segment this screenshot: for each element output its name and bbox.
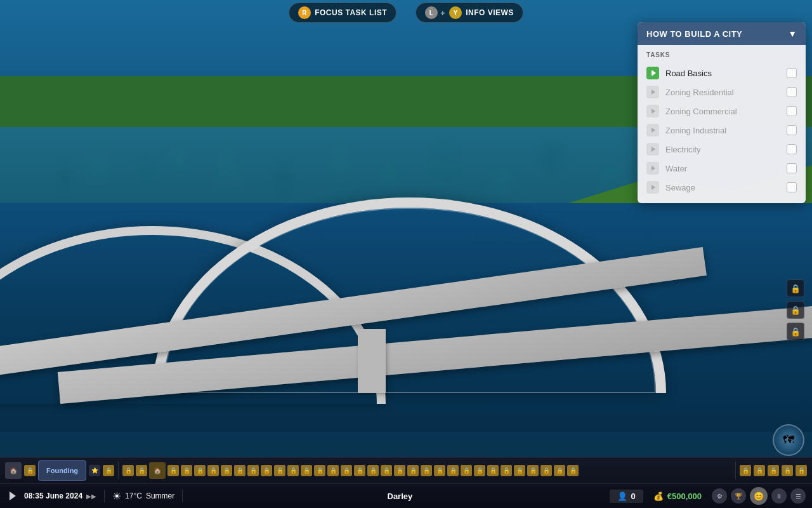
play-triangle-dim-icon-2: [652, 109, 655, 114]
tool-lock-7[interactable]: 🔒: [221, 465, 232, 476]
task-item-zoning-residential[interactable]: Zoning Residential: [638, 83, 806, 102]
tool-lock-22[interactable]: 🔒: [421, 465, 432, 476]
task-panel-body: TASKS Road Basics Zoning Residential Zon…: [638, 45, 806, 203]
task-item-water[interactable]: Water: [638, 159, 806, 178]
money-display: 💰 €500,000: [653, 491, 702, 501]
task-panel: HOW TO BUILD A CITY ▼ TASKS Road Basics …: [638, 22, 806, 203]
play-button[interactable]: [6, 490, 19, 502]
tool-lock-30[interactable]: 🔒: [527, 465, 539, 476]
info-views-button[interactable]: L + Y INFO VIEWS: [416, 3, 523, 23]
task-inactive-icon-6: [646, 181, 659, 194]
task-checkbox-zoning-industrial[interactable]: [787, 125, 797, 135]
settings-button[interactable]: ⚙: [712, 488, 727, 504]
tool-lock-19[interactable]: 🔒: [381, 465, 392, 476]
tool-lock-23[interactable]: 🔒: [434, 465, 445, 476]
play-triangle-dim-icon-6: [652, 185, 655, 190]
tool-lock-r4[interactable]: 🔒: [782, 465, 793, 476]
weather-sun-icon: ☀: [112, 490, 121, 502]
task-checkbox-water[interactable]: [787, 163, 797, 173]
tool-lock-r3[interactable]: 🔒: [768, 465, 779, 476]
tool-lock-18[interactable]: 🔒: [367, 465, 379, 476]
focus-task-label: FOCUS TASK LIST: [315, 8, 387, 17]
weather-display: ☀ 17°C Summer: [112, 490, 174, 502]
task-panel-title: HOW TO BUILD A CITY: [646, 29, 742, 39]
tool-lock-3[interactable]: 🔒: [167, 465, 179, 476]
tool-lock-2[interactable]: 🔒: [136, 465, 147, 476]
task-panel-header[interactable]: HOW TO BUILD A CITY ▼: [638, 22, 806, 45]
task-checkbox-zoning-commercial[interactable]: [787, 106, 797, 116]
tool-lock-24[interactable]: 🔒: [447, 465, 459, 476]
tool-lock-8[interactable]: 🔒: [234, 465, 246, 476]
task-checkbox-sewage[interactable]: [787, 182, 797, 192]
side-lock-icon-2[interactable]: 🔒: [787, 301, 804, 319]
tool-lock-r5[interactable]: 🔒: [796, 465, 807, 476]
menu-button[interactable]: ☰: [790, 488, 806, 504]
side-lock-icon-1[interactable]: 🔒: [787, 279, 804, 297]
tool-lock-9[interactable]: 🔒: [247, 465, 259, 476]
tool-road-1[interactable]: 🏠: [149, 462, 166, 479]
tool-lock-12[interactable]: 🔒: [287, 465, 299, 476]
task-item-road-basics[interactable]: Road Basics: [638, 64, 806, 83]
tool-lock-17[interactable]: 🔒: [354, 465, 365, 476]
tool-lock-13[interactable]: 🔒: [301, 465, 312, 476]
focus-task-button[interactable]: R FOCUS TASK LIST: [289, 3, 396, 23]
speed-control[interactable]: ▶▶: [86, 493, 96, 500]
task-item-sewage[interactable]: Sewage: [638, 178, 806, 197]
play-triangle-dim-icon-3: [652, 128, 655, 133]
tool-lock-11[interactable]: 🔒: [274, 465, 285, 476]
side-lock-icon-3[interactable]: 🔒: [787, 323, 804, 340]
temperature-display: 17°C: [125, 491, 142, 500]
task-inactive-icon: [646, 86, 659, 98]
tool-lock-27[interactable]: 🔒: [487, 465, 499, 476]
lock-icon-2[interactable]: 🔒: [103, 465, 114, 476]
achievements-button[interactable]: 🏆: [731, 488, 746, 504]
task-item-zoning-commercial[interactable]: Zoning Commercial: [638, 102, 806, 121]
play-triangle-dim-icon-5: [652, 166, 655, 171]
tool-lock-10[interactable]: 🔒: [261, 465, 272, 476]
tool-lock-32[interactable]: 🔒: [554, 465, 565, 476]
tool-lock-28[interactable]: 🔒: [501, 465, 512, 476]
tool-lock-26[interactable]: 🔒: [474, 465, 485, 476]
toolbar-divider-2: [735, 462, 736, 479]
tool-lock-5[interactable]: 🔒: [194, 465, 206, 476]
minimap-icon: 🗺: [783, 434, 794, 447]
user-avatar[interactable]: 😊: [750, 487, 768, 505]
lock-icon-1[interactable]: 🔒: [24, 465, 36, 476]
minimap-button[interactable]: 🗺: [773, 424, 804, 456]
tool-lock-29[interactable]: 🔒: [514, 465, 525, 476]
toolbar-row: 🏠 🔒 Founding ⭐ 🔒 🔒 🔒 🏠 🔒 🔒 🔒 🔒 🔒 🔒 🔒 🔒: [0, 458, 812, 484]
collapse-chevron-icon[interactable]: ▼: [788, 29, 797, 39]
l-button-icon: L: [425, 6, 438, 19]
task-checkbox-zoning-residential[interactable]: [787, 87, 797, 97]
founding-tab[interactable]: Founding: [38, 460, 86, 481]
task-label-zoning-residential: Zoning Residential: [665, 88, 780, 97]
info-views-label: INFO VIEWS: [466, 8, 514, 17]
tool-lock-1[interactable]: 🔒: [122, 465, 134, 476]
tool-lock-14[interactable]: 🔒: [314, 465, 325, 476]
lock-icon-star[interactable]: ⭐: [89, 465, 100, 476]
tool-lock-6[interactable]: 🔒: [207, 465, 219, 476]
task-checkbox-road-basics[interactable]: [787, 68, 797, 78]
task-item-electricity[interactable]: Electricity: [638, 140, 806, 159]
tool-lock-r1[interactable]: 🔒: [740, 465, 751, 476]
founding-label: Founding: [46, 467, 78, 474]
tool-lock-4[interactable]: 🔒: [181, 465, 192, 476]
tool-lock-r2[interactable]: 🔒: [754, 465, 765, 476]
task-checkbox-electricity[interactable]: [787, 144, 797, 154]
y-label: Y: [454, 10, 458, 17]
tool-lock-33[interactable]: 🔒: [567, 465, 579, 476]
pause-button[interactable]: ⏸: [771, 488, 787, 504]
tool-lock-15[interactable]: 🔒: [327, 465, 339, 476]
task-item-zoning-industrial[interactable]: Zoning Industrial: [638, 121, 806, 140]
tool-lock-16[interactable]: 🔒: [341, 465, 352, 476]
task-label-electricity: Electricity: [665, 145, 780, 154]
y-button-icon: Y: [449, 6, 462, 19]
tool-lock-21[interactable]: 🔒: [407, 465, 419, 476]
home-button[interactable]: 🏠: [5, 462, 22, 479]
bottom-bar: 🏠 🔒 Founding ⭐ 🔒 🔒 🔒 🏠 🔒 🔒 🔒 🔒 🔒 🔒 🔒 🔒: [0, 457, 812, 508]
tool-lock-20[interactable]: 🔒: [394, 465, 405, 476]
tool-lock-31[interactable]: 🔒: [540, 465, 552, 476]
play-triangle-icon: [652, 70, 656, 76]
side-lock-panel: 🔒 🔒 🔒: [787, 279, 804, 340]
tool-lock-25[interactable]: 🔒: [461, 465, 472, 476]
